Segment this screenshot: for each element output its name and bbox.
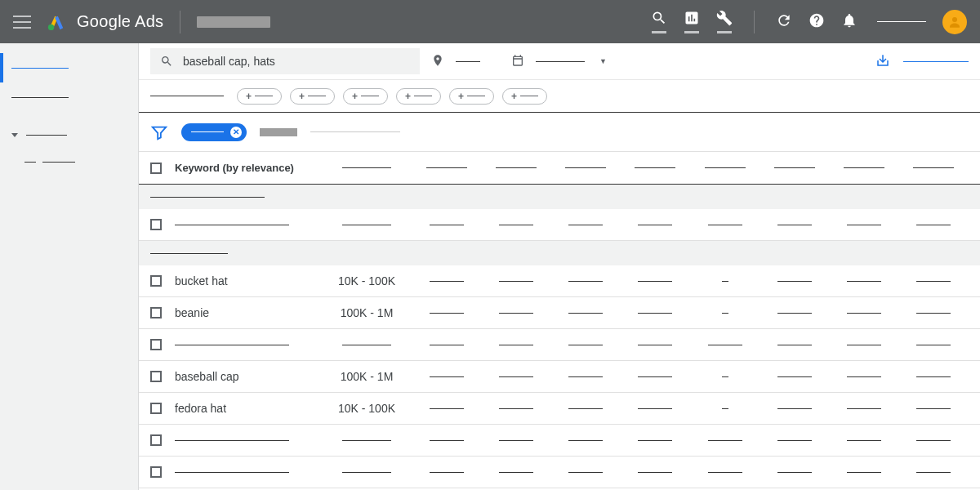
data-cell: [690, 376, 760, 377]
calendar-icon[interactable]: [511, 54, 524, 69]
dropdown-caret-icon[interactable]: ▼: [599, 57, 607, 65]
volume-cell: 10K - 100K: [322, 274, 412, 287]
logo[interactable]: Google Ads: [47, 12, 163, 31]
add-chip[interactable]: +: [396, 88, 441, 105]
user-avatar[interactable]: [942, 10, 967, 34]
sidebar-sub-item[interactable]: [0, 149, 138, 174]
col-header[interactable]: [830, 167, 899, 168]
data-cell: [621, 376, 690, 377]
tools-icon[interactable]: [716, 10, 733, 33]
data-cell: [481, 440, 550, 441]
col-header[interactable]: [690, 167, 760, 168]
data-cell: [899, 313, 969, 314]
data-cell: [760, 472, 829, 473]
data-cell: [830, 408, 899, 409]
search-icon: [160, 55, 173, 68]
col-keyword[interactable]: Keyword (by relevance): [175, 162, 322, 174]
data-cell: [899, 345, 969, 345]
data-cell: [690, 345, 760, 345]
col-header[interactable]: [621, 167, 690, 168]
sidebar-item-active[interactable]: [0, 53, 138, 82]
data-cell: [551, 281, 621, 282]
app-header: Google Ads: [0, 0, 980, 43]
keyword-cell: beanie: [175, 306, 322, 319]
search-tool-icon[interactable]: [651, 10, 667, 33]
add-chip[interactable]: +: [343, 88, 388, 105]
filter-placeholder: [310, 131, 400, 132]
data-cell: [690, 440, 760, 441]
data-cell: [899, 281, 969, 282]
date-value[interactable]: [536, 61, 585, 62]
data-cell: [690, 408, 760, 409]
data-cell: [830, 472, 899, 473]
search-input[interactable]: [183, 55, 410, 68]
table-row: baseball cap100K - 1M: [139, 361, 980, 393]
data-cell: [760, 376, 829, 377]
location-value[interactable]: [456, 61, 480, 62]
add-chip[interactable]: +: [502, 88, 547, 105]
sidebar: [0, 43, 139, 490]
refresh-icon[interactable]: [776, 12, 792, 31]
row-checkbox[interactable]: [150, 434, 162, 446]
keyword-search[interactable]: [150, 48, 420, 74]
data-cell: [830, 376, 899, 377]
section-label: [139, 185, 980, 209]
data-cell: [899, 440, 969, 441]
keyword-cell: baseball cap: [175, 370, 322, 383]
sidebar-item[interactable]: [0, 82, 138, 112]
table-row: [139, 329, 980, 361]
data-cell: [551, 376, 621, 377]
col-header[interactable]: [899, 167, 969, 168]
refine-chips: + + + + + +: [139, 80, 980, 113]
data-cell: [412, 281, 481, 282]
volume-cell: [322, 472, 412, 473]
data-cell: [481, 313, 550, 314]
table-row: [139, 457, 980, 488]
data-cell: [621, 313, 690, 314]
data-cell: [551, 440, 621, 441]
add-chip[interactable]: +: [237, 88, 282, 105]
row-checkbox[interactable]: [150, 339, 162, 350]
download-icon[interactable]: [875, 53, 890, 70]
product-name: Google Ads: [77, 12, 163, 31]
action-link[interactable]: [903, 61, 969, 62]
data-cell: [551, 313, 621, 314]
active-filter-pill[interactable]: ✕: [181, 123, 247, 141]
location-icon[interactable]: [431, 54, 444, 69]
data-cell: [621, 408, 690, 409]
data-cell: [481, 472, 550, 473]
table-row: [139, 425, 980, 457]
google-ads-logo-icon: [47, 13, 65, 31]
data-cell: [412, 440, 481, 441]
row-checkbox[interactable]: [150, 371, 162, 382]
row-checkbox[interactable]: [150, 403, 162, 414]
col-header[interactable]: [760, 167, 829, 168]
reports-icon[interactable]: [684, 10, 700, 33]
data-cell: [690, 313, 760, 314]
add-chip[interactable]: +: [449, 88, 494, 105]
table-row: beanie100K - 1M: [139, 297, 980, 329]
data-cell: [899, 376, 969, 377]
data-cell: [690, 281, 760, 282]
remove-filter-icon[interactable]: ✕: [230, 127, 242, 138]
menu-icon[interactable]: [13, 16, 31, 29]
add-chip[interactable]: +: [290, 88, 335, 105]
row-checkbox[interactable]: [150, 466, 162, 478]
account-placeholder[interactable]: [197, 16, 270, 28]
help-icon[interactable]: [808, 12, 825, 31]
row-checkbox[interactable]: [150, 219, 162, 230]
sidebar-item-expandable[interactable]: [0, 120, 138, 149]
data-cell: [830, 440, 899, 441]
col-header[interactable]: [481, 167, 550, 168]
row-checkbox[interactable]: [150, 307, 162, 318]
notifications-icon[interactable]: [841, 12, 858, 31]
header-link[interactable]: [877, 21, 926, 22]
row-checkbox[interactable]: [150, 275, 162, 287]
data-cell: [551, 408, 621, 409]
data-cell: [551, 345, 621, 345]
col-header[interactable]: [551, 167, 621, 168]
col-header[interactable]: [412, 167, 481, 168]
select-all-checkbox[interactable]: [150, 163, 162, 174]
data-cell: [412, 408, 481, 409]
filter-icon[interactable]: [150, 123, 168, 141]
